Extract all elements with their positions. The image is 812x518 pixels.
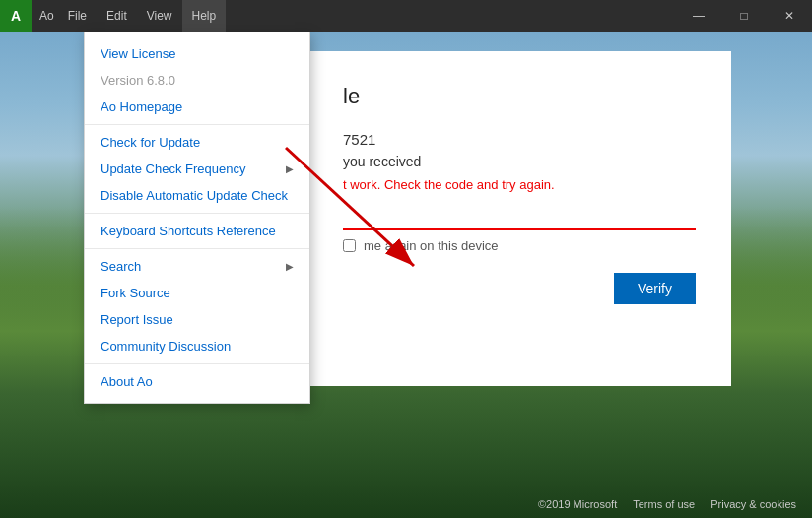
- menu-about[interactable]: About Ao: [85, 368, 309, 395]
- footer-privacy[interactable]: Privacy & cookies: [710, 498, 796, 510]
- menu-check-update[interactable]: Check for Update: [85, 129, 309, 156]
- auth-dialog: le 7521 you received t work. Check the c…: [307, 51, 731, 386]
- footer-terms[interactable]: Terms of use: [633, 498, 695, 510]
- dialog-actions: Verify: [343, 273, 696, 304]
- menu-search[interactable]: Search ▶: [85, 253, 309, 280]
- app-title: Ao: [32, 9, 54, 23]
- verify-button[interactable]: Verify: [614, 273, 696, 304]
- menu-version: Version 6.8.0: [85, 67, 309, 94]
- menu-fork-source[interactable]: Fork Source: [85, 280, 309, 306]
- menu-bar: File Edit View Help: [58, 0, 227, 32]
- menu-section-2: Check for Update Update Check Frequency …: [85, 125, 309, 214]
- dialog-error-text: t work. Check the code and try again.: [343, 177, 696, 192]
- footer-copyright: ©2019 Microsoft: [538, 498, 617, 510]
- submenu-arrow: ▶: [286, 163, 294, 174]
- maximize-button[interactable]: □: [721, 0, 767, 32]
- titlebar: A Ao File Edit View Help — □ ✕: [0, 0, 812, 32]
- footer: ©2019 Microsoft Terms of use Privacy & c…: [0, 490, 812, 518]
- menu-edit[interactable]: Edit: [97, 0, 137, 32]
- minimize-button[interactable]: —: [676, 0, 721, 32]
- menu-file[interactable]: File: [58, 0, 97, 32]
- menu-view-license[interactable]: View License: [85, 40, 309, 67]
- menu-keyboard-shortcuts[interactable]: Keyboard Shortcuts Reference: [85, 218, 309, 244]
- dialog-received-text: you received: [343, 154, 696, 169]
- titlebar-controls: — □ ✕: [676, 0, 812, 32]
- menu-section-1: View License Version 6.8.0 Ao Homepage: [85, 36, 309, 125]
- dialog-code: 7521: [343, 131, 696, 148]
- menu-community[interactable]: Community Discussion: [85, 333, 309, 359]
- search-submenu-arrow: ▶: [286, 261, 294, 272]
- menu-view[interactable]: View: [137, 0, 182, 32]
- menu-homepage[interactable]: Ao Homepage: [85, 94, 309, 120]
- menu-disable-update[interactable]: Disable Automatic Update Check: [85, 182, 309, 209]
- help-dropdown-menu: View License Version 6.8.0 Ao Homepage C…: [84, 32, 310, 404]
- remember-device-checkbox[interactable]: [343, 239, 356, 252]
- app-icon: A: [0, 0, 32, 32]
- code-input[interactable]: [343, 204, 696, 230]
- remember-device-row: me again on this device: [343, 238, 696, 253]
- menu-help[interactable]: Help: [182, 0, 227, 32]
- menu-section-5: About Ao: [85, 364, 309, 399]
- menu-section-4: Search ▶ Fork Source Report Issue Commun…: [85, 249, 309, 364]
- titlebar-left: A Ao File Edit View Help: [0, 0, 226, 32]
- close-button[interactable]: ✕: [767, 0, 812, 32]
- menu-update-frequency[interactable]: Update Check Frequency ▶: [85, 156, 309, 182]
- dialog-title: le: [343, 83, 696, 111]
- menu-section-3: Keyboard Shortcuts Reference: [85, 214, 309, 249]
- menu-report-issue[interactable]: Report Issue: [85, 306, 309, 333]
